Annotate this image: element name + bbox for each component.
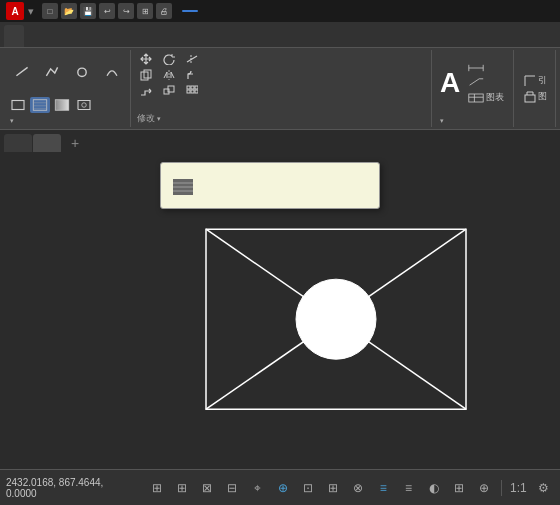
svg-line-27: [470, 79, 480, 85]
lineweight-button[interactable]: ≡: [398, 477, 419, 499]
ribbon-panel: ▾: [0, 48, 560, 130]
open-icon[interactable]: 📂: [61, 3, 77, 19]
svg-point-8: [82, 103, 87, 108]
dimension-button[interactable]: [466, 62, 506, 74]
menu-arrow[interactable]: ▾: [28, 5, 34, 18]
svg-rect-20: [195, 86, 198, 89]
anno-scale-button[interactable]: 1:1: [508, 477, 529, 499]
workspace-button[interactable]: ⚙: [533, 477, 554, 499]
svg-rect-18: [187, 86, 190, 89]
svg-rect-21: [187, 90, 190, 93]
ducs-button[interactable]: ⊗: [348, 477, 369, 499]
fillet-button[interactable]: [183, 68, 204, 82]
model-space-button[interactable]: ⊞: [146, 477, 167, 499]
rect-button[interactable]: [8, 97, 28, 113]
svg-rect-29: [469, 94, 483, 102]
circle-button[interactable]: [68, 64, 96, 83]
osnap-button[interactable]: ⊕: [272, 477, 293, 499]
tab-insert[interactable]: [24, 25, 44, 47]
annotation-chevron-icon: ▾: [440, 117, 444, 125]
coordinate-display: 2432.0168, 867.4644, 0.0000: [6, 477, 132, 499]
draw-group-row2: [8, 97, 126, 115]
text-button[interactable]: A: [438, 67, 462, 100]
new-drawing-tab-button[interactable]: +: [66, 134, 84, 152]
gradient-button[interactable]: [52, 97, 72, 113]
text-icon: A: [440, 69, 460, 97]
undo-icon[interactable]: ↩: [99, 3, 115, 19]
modify-col-1: [137, 52, 158, 110]
dynin-button[interactable]: ≡: [373, 477, 394, 499]
tab-extra[interactable]: [204, 25, 224, 47]
line-button[interactable]: [8, 64, 36, 83]
ortho-button[interactable]: ⊟: [222, 477, 243, 499]
new-icon[interactable]: □: [42, 3, 58, 19]
tab-output[interactable]: [124, 25, 144, 47]
envelope-drawing: [196, 219, 476, 423]
tab-annotation[interactable]: [44, 25, 64, 47]
draw-group: ▾: [4, 50, 131, 127]
drawing-tab-drawing1[interactable]: [33, 134, 61, 152]
draw-chevron-icon: ▾: [10, 117, 14, 125]
svg-rect-19: [191, 86, 194, 89]
grid-button[interactable]: ⊞: [171, 477, 192, 499]
plot-icon[interactable]: 🖨: [156, 3, 172, 19]
snap-button[interactable]: ⊠: [196, 477, 217, 499]
svg-point-1: [78, 68, 86, 76]
drawing-tab-start[interactable]: [4, 134, 32, 152]
draw-buttons: [8, 52, 126, 95]
polyline-button[interactable]: [38, 64, 66, 83]
tab-addins[interactable]: [144, 25, 164, 47]
draw-group-label[interactable]: ▾: [8, 117, 126, 125]
tab-collaborate[interactable]: [164, 25, 184, 47]
extra-btn-1[interactable]: 引: [524, 74, 547, 87]
svg-point-36: [296, 279, 376, 359]
modify-group-label[interactable]: 修改 ▾: [137, 112, 427, 125]
arc-button[interactable]: [98, 64, 126, 83]
stretch-button[interactable]: [137, 84, 158, 98]
drawing-tabs-bar: +: [0, 130, 560, 152]
mirror-button[interactable]: [160, 68, 181, 82]
extra-btn-2[interactable]: 图: [524, 90, 547, 103]
tab-view[interactable]: [84, 25, 104, 47]
modify-group: 修改 ▾: [133, 50, 432, 127]
extra-icon[interactable]: ⊞: [137, 3, 153, 19]
svg-rect-7: [55, 100, 69, 111]
ann-buttons: A 图表: [438, 52, 509, 115]
coord-values: 2432.0168, 867.4644, 0.0000: [6, 477, 132, 499]
3dosnap-button[interactable]: ⊡: [297, 477, 318, 499]
share-button[interactable]: [182, 10, 198, 12]
boundary-button[interactable]: [74, 97, 94, 113]
tab-parametric[interactable]: [64, 25, 84, 47]
leader-button[interactable]: [466, 76, 506, 88]
array-button[interactable]: [183, 84, 204, 98]
trim-button[interactable]: [183, 52, 204, 66]
ann-sub-buttons: 图表: [466, 62, 506, 105]
transparency-button[interactable]: ◐: [423, 477, 444, 499]
hatch-button[interactable]: [30, 97, 50, 113]
polar-button[interactable]: ⌖: [247, 477, 268, 499]
table-label: 图表: [486, 91, 504, 104]
otrack-button[interactable]: ⊞: [322, 477, 343, 499]
tab-default[interactable]: [4, 25, 24, 47]
tooltip-popup: [160, 162, 380, 209]
ribbon-tab-bar: [0, 22, 560, 48]
tab-express-tools[interactable]: [184, 25, 204, 47]
title-bar: A ▾ □ 📂 💾 ↩ ↪ ⊞ 🖨: [0, 0, 560, 22]
quickprop-button[interactable]: ⊞: [448, 477, 469, 499]
table-button[interactable]: 图表: [466, 90, 506, 105]
copy-button[interactable]: [137, 68, 158, 82]
tab-manage[interactable]: [104, 25, 124, 47]
svg-line-0: [16, 67, 27, 75]
extra-group: 引 图: [516, 50, 556, 127]
move-button[interactable]: [137, 52, 158, 66]
annotation-group-label[interactable]: ▾: [438, 117, 509, 125]
scale-button[interactable]: [160, 84, 181, 98]
modify-buttons: [137, 52, 427, 110]
svg-line-16: [187, 56, 197, 62]
app-logo: A: [6, 2, 24, 20]
svg-rect-23: [195, 90, 198, 93]
selcycle-button[interactable]: ⊕: [474, 477, 495, 499]
rotate-button[interactable]: [160, 52, 181, 66]
redo-icon[interactable]: ↪: [118, 3, 134, 19]
save-icon[interactable]: 💾: [80, 3, 96, 19]
